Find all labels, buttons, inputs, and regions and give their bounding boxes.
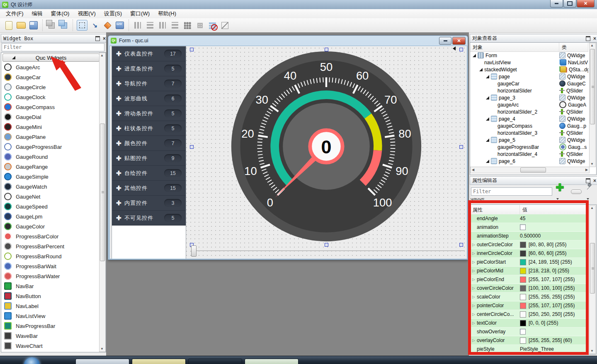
menu-item-V[interactable]: 视图(V)	[73, 9, 100, 18]
new-file-icon[interactable]	[4, 20, 14, 30]
edit-signals-slots-icon[interactable]: ↘	[90, 20, 100, 30]
widget-item-gaugemini[interactable]: GaugeMini	[2, 122, 99, 132]
close-button[interactable]: ✕	[577, 0, 595, 7]
tree-row-horizontalSlider_4[interactable]: horizontalSlider_4QSlider	[470, 150, 588, 158]
open-file-icon[interactable]	[16, 20, 26, 30]
scrollbar-thumb[interactable]	[590, 243, 595, 294]
scrollbar-thumb[interactable]	[590, 49, 595, 124]
stack-gray-icon[interactable]	[46, 20, 56, 30]
tree-row-page_5[interactable]: page_5QWidge	[470, 136, 588, 143]
save-file-icon[interactable]	[29, 20, 39, 30]
object-inspector-hscrollbar[interactable]: ◀ ▶	[470, 167, 590, 173]
scrollbar-thumb[interactable]	[520, 167, 546, 172]
tree-row-gaugeCompass[interactable]: gaugeCompassGaug...p	[470, 122, 588, 129]
layout-grid-icon[interactable]	[182, 20, 192, 30]
tree-row-gaugeCar[interactable]: gaugeCarGaugeC	[470, 80, 588, 87]
tree-row-page_4[interactable]: page_4QWidge	[470, 115, 588, 122]
widget-item-gaugeprogressbar[interactable]: GaugeProgressBar	[2, 142, 99, 152]
tree-row-navListView[interactable]: navListViewNavListV	[470, 59, 588, 66]
scroll-up-icon[interactable]: ▲	[590, 206, 595, 211]
nav-item-仪表盘控件[interactable]: ✚仪表盘控件17	[112, 46, 186, 61]
taskbar-button[interactable]	[132, 359, 186, 364]
nav-item-内置控件[interactable]: ✚内置控件3	[112, 196, 186, 211]
expander-icon[interactable]	[486, 160, 489, 163]
selection-handle[interactable]	[459, 145, 463, 149]
form-canvas[interactable]: ✚仪表盘控件17✚进度条控件5✚导航控件7✚波形曲线6✚滑动条控件5✚柱状条控件…	[109, 46, 467, 259]
scroll-right-icon[interactable]: ▶	[584, 167, 589, 172]
nav-item-贴图控件[interactable]: ✚贴图控件9	[112, 151, 186, 166]
widget-item-progressbarwater[interactable]: ProgressBarWater	[2, 271, 99, 281]
widget-item-gaugecompass[interactable]: GaugeCompass	[2, 102, 99, 112]
selection-handle[interactable]	[190, 48, 194, 51]
stack-blue-icon[interactable]	[59, 20, 69, 30]
nav-item-颜色控件[interactable]: ✚颜色控件7	[112, 136, 186, 151]
float-dock-icon[interactable]	[586, 36, 590, 41]
widget-item-gaugesimple[interactable]: GaugeSimple	[2, 172, 99, 182]
tree-row-page[interactable]: pageQWidge	[470, 73, 588, 80]
scroll-up-icon[interactable]: ▲	[590, 43, 595, 48]
tree-row-page_6[interactable]: page_6QWidge	[470, 158, 588, 165]
configure-icon[interactable]	[586, 183, 596, 200]
widget-item-navbar[interactable]: NavBar	[2, 281, 99, 291]
scrollbar-thumb[interactable]	[100, 124, 105, 261]
form-close-button[interactable]: ✕	[452, 37, 466, 45]
widget-item-wavebar[interactable]: WaveBar	[2, 331, 99, 341]
close-dock-icon[interactable]: ×	[593, 37, 596, 40]
tree-row-horizontalSlider[interactable]: horizontalSliderQSlider	[470, 87, 588, 94]
scroll-down-icon[interactable]: ▼	[590, 349, 595, 354]
slider-handle[interactable]	[191, 245, 197, 257]
selection-handle[interactable]	[459, 243, 463, 247]
tree-row-gaugeProgressBar[interactable]: gaugeProgressBarGaug...s	[470, 143, 588, 150]
tree-row-horizontalSlider_2[interactable]: horizontalSlider_2QSlider	[470, 108, 588, 115]
menu-item-H[interactable]: 帮助(H)	[154, 9, 180, 18]
edit-widgets-icon[interactable]	[77, 20, 87, 31]
widget-item-gaugenet[interactable]: GaugeNet	[2, 192, 99, 201]
widget-item-navprogressbar[interactable]: NavProgressBar	[2, 321, 99, 331]
widget-item-gaugedial[interactable]: GaugeDial	[2, 112, 99, 122]
layout-form-icon[interactable]	[195, 20, 205, 30]
taskbar-button[interactable]	[188, 359, 242, 364]
nav-item-进度条控件[interactable]: ✚进度条控件5	[112, 61, 186, 76]
start-button[interactable]	[24, 357, 40, 364]
layout-split-horizontal-icon[interactable]	[158, 20, 167, 30]
expander-icon[interactable]	[473, 54, 476, 57]
object-inspector-vscrollbar[interactable]: ▲ ▼	[589, 43, 596, 167]
close-dock-icon[interactable]: ×	[593, 179, 596, 182]
scroll-down-icon[interactable]: ▼	[100, 347, 104, 352]
widget-item-gaugeround[interactable]: GaugeRound	[2, 152, 99, 162]
column-class[interactable]: 类	[559, 43, 588, 51]
taskbar-button[interactable]	[245, 359, 298, 364]
expander-icon[interactable]	[486, 96, 489, 99]
layout-vertical-icon[interactable]	[133, 20, 143, 30]
widget-item-gaugecolor[interactable]: GaugeColor	[2, 221, 99, 231]
widget-item-progressbarround[interactable]: ProgressBarRound	[2, 251, 99, 261]
gauge-arc-widget[interactable]: 01020304050607080901000	[229, 49, 424, 244]
edit-buddies-icon[interactable]	[102, 20, 112, 30]
nav-item-其他控件[interactable]: ✚其他控件15	[112, 181, 186, 196]
widget-item-wavechart[interactable]: WaveChart	[2, 341, 99, 351]
horizontal-slider[interactable]	[191, 250, 465, 251]
menu-item-[interactable]: 编辑	[28, 9, 47, 18]
tree-row-Form[interactable]: FormQWidge	[470, 52, 588, 59]
form-window-titlebar[interactable]: Qt Form - quc.ui ✕	[108, 36, 468, 46]
menu-item-O[interactable]: 窗体(O)	[47, 9, 74, 18]
widget-item-gaugespeed[interactable]: GaugeSpeed	[2, 201, 99, 211]
property-editor-vscrollbar[interactable]: ▲ ▼	[589, 205, 596, 354]
layout-split-vertical-icon[interactable]	[170, 20, 180, 30]
float-dock-icon[interactable]	[586, 178, 590, 183]
selection-handle[interactable]	[190, 145, 194, 149]
remove-property-button[interactable]	[571, 189, 582, 194]
nav-item-不可见控件[interactable]: ✚不可见控件5	[112, 211, 186, 226]
break-layout-icon[interactable]	[207, 20, 217, 30]
edit-tab-order-icon[interactable]: 123	[115, 20, 125, 30]
minimize-button[interactable]	[550, 0, 563, 7]
adjust-size-icon[interactable]	[220, 20, 230, 30]
widget-item-navlabel[interactable]: NavLabel	[2, 301, 99, 311]
widget-item-navbutton[interactable]: NavButton	[2, 291, 99, 301]
tree-row-gaugeArc[interactable]: gaugeArcGaugeA	[470, 101, 588, 108]
menu-item-W[interactable]: 窗口(W)	[126, 9, 154, 18]
expander-icon[interactable]	[486, 75, 489, 78]
selection-handle[interactable]	[325, 48, 328, 51]
menu-item-S[interactable]: 设置(S)	[100, 9, 126, 18]
form-minimize-button[interactable]	[439, 37, 451, 45]
